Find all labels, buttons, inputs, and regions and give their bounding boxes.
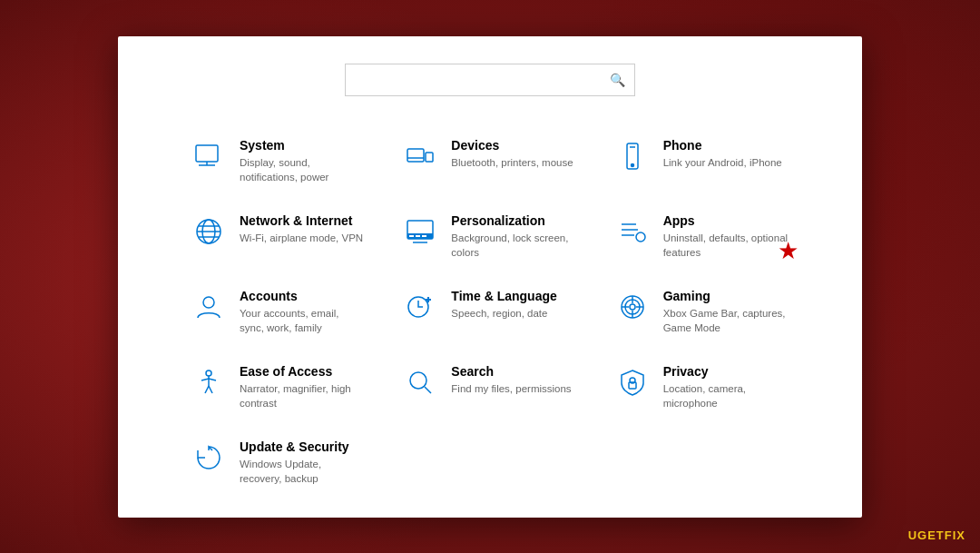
time-language-title: Time & Language bbox=[451, 289, 556, 303]
settings-window: 🔍 SystemDisplay, sound, notifications, p… bbox=[118, 36, 862, 518]
update-security-text: Update & SecurityWindows Update, recover… bbox=[240, 439, 366, 486]
svg-rect-17 bbox=[409, 235, 414, 237]
personalization-title: Personalization bbox=[451, 213, 577, 228]
svg-rect-4 bbox=[426, 153, 433, 162]
watermark-prefix: U bbox=[908, 528, 917, 542]
svg-point-7 bbox=[631, 163, 633, 166]
svg-line-36 bbox=[425, 387, 431, 393]
apps-icon bbox=[614, 213, 651, 250]
svg-point-24 bbox=[203, 297, 214, 308]
svg-point-33 bbox=[206, 370, 211, 376]
setting-item-apps[interactable]: AppsUninstall, defaults, optional featur… bbox=[596, 199, 808, 274]
svg-rect-0 bbox=[196, 145, 218, 162]
setting-item-network[interactable]: Network & InternetWi-Fi, airplane mode, … bbox=[172, 199, 384, 274]
accounts-title: Accounts bbox=[240, 289, 366, 303]
personalization-text: PersonalizationBackground, lock screen, … bbox=[451, 213, 577, 260]
network-icon bbox=[191, 213, 227, 250]
setting-item-accounts[interactable]: AccountsYour accounts, email, sync, work… bbox=[172, 274, 384, 350]
svg-rect-3 bbox=[407, 149, 424, 162]
search-icon: 🔍 bbox=[610, 73, 625, 87]
update-security-desc: Windows Update, recovery, backup bbox=[240, 457, 366, 486]
update-security-title: Update & Security bbox=[240, 439, 366, 454]
svg-point-28 bbox=[630, 304, 635, 310]
accounts-icon bbox=[191, 289, 227, 325]
search-bar[interactable]: 🔍 bbox=[345, 64, 635, 96]
system-icon bbox=[191, 138, 227, 174]
setting-item-system[interactable]: SystemDisplay, sound, notifications, pow… bbox=[172, 123, 384, 199]
setting-item-update-security[interactable]: Update & SecurityWindows Update, recover… bbox=[172, 425, 384, 500]
settings-grid: SystemDisplay, sound, notifications, pow… bbox=[172, 123, 808, 501]
time-language-icon bbox=[402, 289, 438, 325]
phone-text: PhoneLink your Android, iPhone bbox=[663, 138, 782, 170]
network-text: Network & InternetWi-Fi, airplane mode, … bbox=[240, 213, 363, 245]
devices-desc: Bluetooth, printers, mouse bbox=[451, 155, 573, 170]
apps-title: Apps bbox=[663, 213, 789, 228]
personalization-desc: Background, lock screen, colors bbox=[451, 231, 577, 260]
devices-text: DevicesBluetooth, printers, mouse bbox=[451, 138, 573, 170]
setting-item-time-language[interactable]: Time & LanguageSpeech, region, date bbox=[384, 274, 595, 350]
setting-item-search[interactable]: SearchFind my files, permissions bbox=[384, 350, 595, 425]
setting-item-personalization[interactable]: PersonalizationBackground, lock screen, … bbox=[384, 199, 595, 274]
ease-of-access-desc: Narrator, magnifier, high contrast bbox=[240, 381, 366, 410]
setting-item-devices[interactable]: DevicesBluetooth, printers, mouse bbox=[384, 123, 595, 199]
gaming-text: GamingXbox Game Bar, captures, Game Mode bbox=[663, 289, 789, 335]
system-desc: Display, sound, notifications, power bbox=[240, 155, 366, 184]
system-title: System bbox=[240, 138, 366, 153]
system-text: SystemDisplay, sound, notifications, pow… bbox=[240, 138, 366, 184]
privacy-title: Privacy bbox=[663, 364, 789, 379]
time-language-desc: Speech, region, date bbox=[451, 306, 556, 321]
svg-point-23 bbox=[636, 232, 645, 242]
network-desc: Wi-Fi, airplane mode, VPN bbox=[240, 231, 363, 245]
time-language-text: Time & LanguageSpeech, region, date bbox=[451, 289, 556, 321]
apps-desc: Uninstall, defaults, optional features bbox=[663, 231, 789, 260]
accounts-desc: Your accounts, email, sync, work, family bbox=[240, 306, 366, 335]
watermark-highlight: GET bbox=[917, 528, 945, 542]
phone-icon bbox=[614, 138, 651, 174]
privacy-icon bbox=[614, 364, 651, 400]
svg-rect-18 bbox=[416, 235, 420, 237]
privacy-desc: Location, camera, microphone bbox=[663, 381, 789, 410]
search-input[interactable] bbox=[355, 73, 610, 86]
devices-title: Devices bbox=[451, 138, 573, 153]
personalization-icon bbox=[402, 213, 438, 250]
privacy-text: PrivacyLocation, camera, microphone bbox=[663, 364, 789, 410]
watermark-suffix: FIX bbox=[945, 528, 965, 542]
update-security-icon bbox=[191, 439, 227, 476]
svg-point-35 bbox=[410, 372, 426, 389]
setting-item-phone[interactable]: PhoneLink your Android, iPhone bbox=[596, 123, 808, 199]
search-text: SearchFind my files, permissions bbox=[451, 364, 571, 396]
ease-of-access-title: Ease of Access bbox=[240, 364, 366, 379]
search-icon bbox=[402, 364, 438, 400]
search-title: Search bbox=[451, 364, 571, 379]
network-title: Network & Internet bbox=[240, 213, 363, 228]
apps-text: AppsUninstall, defaults, optional featur… bbox=[663, 213, 789, 260]
gaming-desc: Xbox Game Bar, captures, Game Mode bbox=[663, 306, 789, 335]
gaming-title: Gaming bbox=[663, 289, 789, 303]
accounts-text: AccountsYour accounts, email, sync, work… bbox=[240, 289, 366, 335]
watermark: UGETFIX bbox=[908, 528, 965, 542]
search-desc: Find my files, permissions bbox=[451, 381, 571, 396]
svg-rect-19 bbox=[422, 235, 426, 237]
devices-icon bbox=[402, 138, 438, 174]
phone-desc: Link your Android, iPhone bbox=[663, 155, 782, 170]
gaming-icon bbox=[614, 289, 651, 325]
setting-item-gaming[interactable]: GamingXbox Game Bar, captures, Game Mode bbox=[596, 274, 808, 350]
setting-item-privacy[interactable]: PrivacyLocation, camera, microphone bbox=[596, 350, 808, 425]
ease-of-access-icon bbox=[191, 364, 227, 400]
setting-item-ease-of-access[interactable]: Ease of AccessNarrator, magnifier, high … bbox=[172, 350, 384, 425]
ease-of-access-text: Ease of AccessNarrator, magnifier, high … bbox=[240, 364, 366, 410]
phone-title: Phone bbox=[663, 138, 782, 153]
